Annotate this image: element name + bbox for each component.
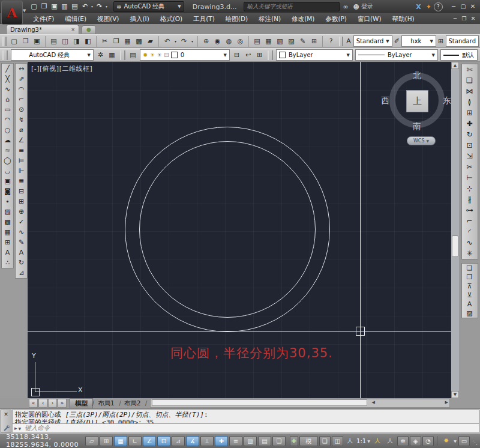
table-style-icon[interactable]: ⊞ (437, 36, 445, 47)
dimension-text-edit-icon[interactable]: A (16, 247, 27, 258)
copy-icon[interactable]: ❏ (462, 75, 478, 86)
signin-button[interactable]: ☻ 登录 (353, 2, 373, 11)
make-block-icon[interactable]: ◙ (2, 186, 13, 196)
toolbar-grip[interactable] (120, 50, 125, 60)
chevron-down-icon[interactable]: ▼ (454, 439, 457, 443)
file-tab-drawing3[interactable]: Drawing3* ✕ (6, 25, 79, 34)
toolbar-grip[interactable] (2, 37, 7, 46)
dimension-space-icon[interactable]: ≣ (16, 176, 27, 186)
tab-layout2[interactable]: 布局2 (119, 399, 146, 408)
osnap-toggle[interactable]: ⊡ (157, 436, 170, 446)
dimension-edit-icon[interactable]: ✎ (16, 237, 27, 247)
copy-icon[interactable]: ❐ (110, 36, 122, 47)
transparency-toggle[interactable]: ▨ (244, 436, 257, 446)
horizontal-scroll-thumb[interactable] (152, 399, 367, 406)
open-icon[interactable]: ❐ (20, 36, 31, 47)
jogged-dimension-icon[interactable]: ↯ (16, 115, 27, 125)
doc-restore-button[interactable]: ❐ (460, 15, 469, 23)
tab-model[interactable]: 模型 (70, 398, 93, 409)
search-input[interactable]: 输入关键字或短语 (244, 2, 340, 11)
close-icon[interactable]: ✕ (71, 27, 75, 32)
angular-dimension-icon[interactable]: ∠ (16, 135, 27, 145)
revision-cloud-icon[interactable]: ☁ (2, 135, 13, 145)
dimension-update-icon[interactable]: ↻ (16, 258, 27, 268)
workspace-settings-icon[interactable]: ✲ (95, 50, 106, 61)
rectangle-icon[interactable]: ▭ (2, 104, 13, 115)
horizontal-scrollbar[interactable]: ◀ ▶ (150, 399, 450, 408)
hatch-to-back-icon[interactable]: ▨ (462, 309, 478, 318)
sheet-set-manager-icon[interactable]: ▨ (286, 36, 297, 47)
new-icon[interactable]: ▢ (29, 2, 39, 11)
model-space-button[interactable]: 模型 (299, 436, 318, 446)
jogged-linear-icon[interactable]: ∿ (16, 227, 27, 237)
vertical-scrollbar[interactable]: ▲ ▼ (451, 62, 459, 398)
saveas-icon[interactable]: ▥ (59, 2, 70, 11)
make-object-layer-current-icon[interactable]: ⊟ (231, 50, 242, 61)
open-icon[interactable]: ❐ (39, 2, 49, 11)
application-status-menu-icon[interactable]: ✹ (440, 436, 452, 446)
first-layout-button[interactable]: « (29, 399, 38, 408)
dimension-break-icon[interactable]: ⊟ (16, 186, 27, 196)
wcs-menu[interactable]: WCS ▼ (407, 136, 436, 145)
layer-previous-icon[interactable]: ↩ (242, 50, 254, 61)
text-style-icon[interactable]: A (345, 36, 352, 47)
publish-icon[interactable]: ◧ (82, 36, 94, 47)
circle-icon[interactable]: ○ (2, 125, 13, 135)
point-cloud-icon[interactable]: ∴ (2, 258, 13, 268)
break-icon[interactable]: ∦ (462, 194, 478, 205)
extend-icon[interactable]: ⊢ (462, 172, 478, 183)
diameter-dimension-icon[interactable]: ⌀ (16, 125, 27, 135)
zoom-previous-icon[interactable]: ◎ (235, 36, 246, 47)
ordinate-icon[interactable]: ⌐ (16, 94, 27, 104)
polygon-icon[interactable]: ⌂ (2, 94, 13, 104)
save-icon[interactable]: ▣ (49, 2, 59, 11)
mtext-icon[interactable]: A (2, 247, 13, 258)
menu-edit[interactable]: 编辑(E) (59, 13, 92, 24)
layer-freeze-viewport-icon[interactable]: ☀ (157, 52, 162, 58)
menu-parametric[interactable]: 参数(P) (320, 13, 352, 24)
ortho-toggle[interactable]: ∟ (128, 436, 142, 446)
tool-palettes-icon[interactable]: ▧ (274, 36, 286, 47)
drawing-canvas[interactable]: [-][俯视][二维线框] 同心圆，半径分别为30,35. 北 南 西 东 上 … (28, 62, 451, 398)
toolbar-grip[interactable] (339, 37, 343, 46)
blend-curves-icon[interactable]: ∿ (462, 237, 478, 248)
center-mark-icon[interactable]: ⊕ (16, 207, 27, 217)
annotation-scale-value[interactable]: 1:1 (356, 438, 366, 444)
hatch-icon[interactable]: ▨ (2, 207, 13, 217)
quickcalc-icon[interactable]: ⊞ (308, 36, 320, 47)
erase-icon[interactable]: ✄ (462, 64, 478, 75)
bring-to-front-icon[interactable]: ❏ (462, 264, 478, 273)
exchange-apps-icon[interactable]: X (416, 3, 421, 11)
zoom-realtime-icon[interactable]: ◉ (212, 36, 223, 47)
toolbar-grip[interactable] (268, 50, 273, 60)
prev-layout-button[interactable]: ‹ (38, 399, 47, 408)
redo-dropdown-icon[interactable]: ▾ (190, 36, 195, 47)
chevron-down-icon[interactable]: ▼ (367, 439, 370, 443)
compass-north[interactable]: 北 (413, 70, 421, 81)
menu-window[interactable]: 窗口(W) (352, 13, 387, 24)
line-icon[interactable]: ╱ (2, 64, 13, 74)
construction-line-icon[interactable]: ╳ (2, 74, 13, 84)
arc-icon[interactable]: ◠ (2, 115, 13, 125)
paste-icon[interactable]: ▦ (122, 36, 133, 47)
maximize-button[interactable]: ▢ (458, 2, 468, 11)
help-icon[interactable]: ? (434, 2, 443, 11)
scale-icon[interactable]: ⊡ (462, 140, 478, 151)
arc-length-icon[interactable]: ◠ (16, 84, 27, 94)
cut-icon[interactable]: ✂ (96, 36, 110, 47)
menu-draw[interactable]: 绘图(D) (220, 13, 253, 24)
command-input[interactable]: ▸ ▼ 键入命令 (12, 424, 479, 433)
lineweight-combo[interactable]: 默认 (440, 49, 478, 61)
snap-toggle[interactable]: ⊞ (100, 436, 113, 446)
compass-south[interactable]: 南 (413, 121, 421, 132)
ellipse-arc-icon[interactable]: ◡ (2, 166, 13, 176)
join-icon[interactable]: ⊶ (462, 205, 478, 216)
spline-icon[interactable]: ≈ (2, 145, 13, 156)
linear-dimension-icon[interactable]: ↔ (16, 64, 27, 74)
send-under-icon[interactable]: ⊻ (462, 291, 478, 300)
quick-view-drawings-icon[interactable]: ◫ (332, 436, 343, 446)
menu-modify[interactable]: 修改(M) (286, 13, 320, 24)
stretch-icon[interactable]: ⇲ (462, 151, 478, 162)
break-at-point-icon[interactable]: ⊹ (462, 183, 478, 194)
inspection-icon[interactable]: ✓ (16, 217, 27, 227)
